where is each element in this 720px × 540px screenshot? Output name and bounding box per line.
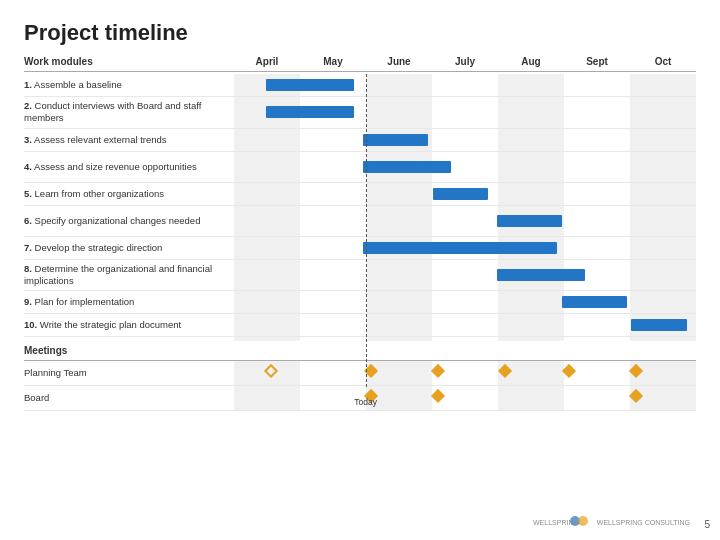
consulting-label: WELLSPRING CONSULTING <box>597 519 690 526</box>
gantt-container: Work modules AprilMayJuneJulyAugSeptOct … <box>24 56 696 411</box>
svg-point-1 <box>578 516 588 526</box>
bars-area-5 <box>234 206 696 236</box>
diamond-0-4 <box>562 364 576 378</box>
diamond-1-1 <box>431 389 445 403</box>
gantt-bar-7 <box>497 269 585 281</box>
diamond-1-2 <box>629 389 643 403</box>
month-label-july: July <box>432 56 498 67</box>
row-label-3: 4. Assess and size revenue opportunities <box>24 158 234 176</box>
gantt-bar-4 <box>433 188 488 200</box>
month-label-aug: Aug <box>498 56 564 67</box>
row-label-6: 7. Develop the strategic direction <box>24 239 234 257</box>
gantt-header: Work modules AprilMayJuneJulyAugSeptOct <box>24 56 696 72</box>
gantt-bar-2 <box>363 134 428 146</box>
meetings-section-header: Meetings <box>24 341 696 361</box>
gantt-row: 2. Conduct interviews with Board and sta… <box>24 97 696 129</box>
svg-text:WELLSPRING: WELLSPRING <box>533 519 579 526</box>
gantt-row: 5. Learn from other organizations <box>24 183 696 206</box>
meeting-bars-area-1 <box>234 386 696 410</box>
bars-area-0 <box>234 74 696 96</box>
meeting-row-0: Planning Team <box>24 361 696 386</box>
meeting-row-label-0: Planning Team <box>24 364 234 382</box>
row-label-9: 10. Write the strategic plan document <box>24 316 234 334</box>
bars-area-4 <box>234 183 696 205</box>
row-label-7: 8. Determine the organizational and fina… <box>24 260 234 291</box>
meeting-row-label-1: Board <box>24 389 234 407</box>
gantt-bar-1 <box>266 106 354 118</box>
month-label-oct: Oct <box>630 56 696 67</box>
bars-area-2 <box>234 129 696 151</box>
gantt-bar-0 <box>266 79 354 91</box>
gantt-row: 7. Develop the strategic direction <box>24 237 696 260</box>
gantt-months: AprilMayJuneJulyAugSeptOct <box>234 56 696 67</box>
diamond-0-1 <box>364 364 378 378</box>
bars-area-1 <box>234 97 696 127</box>
row-label-8: 9. Plan for implementation <box>24 293 234 311</box>
row-label-2: 3. Assess relevant external trends <box>24 131 234 149</box>
today-label: Today <box>354 397 377 407</box>
gantt-row: 4. Assess and size revenue opportunities <box>24 152 696 183</box>
diamond-0-5 <box>629 364 643 378</box>
gantt-row: 10. Write the strategic plan document <box>24 314 696 337</box>
gantt-row: 3. Assess relevant external trends <box>24 129 696 152</box>
page-number: 5 <box>704 519 710 530</box>
meetings-label: Meetings <box>24 341 234 360</box>
month-label-june: June <box>366 56 432 67</box>
gantt-bar-5 <box>497 215 562 227</box>
gantt-bar-3 <box>363 161 451 173</box>
gantt-row: 1. Assemble a baseline <box>24 74 696 97</box>
gantt-row: 8. Determine the organizational and fina… <box>24 260 696 292</box>
month-label-sept: Sept <box>564 56 630 67</box>
gantt-bar-8 <box>562 296 627 308</box>
footer-logo: WELLSPRING WELLSPRING CONSULTING <box>533 514 690 530</box>
gantt-row: 9. Plan for implementation <box>24 291 696 314</box>
row-label-5: 6. Specify organizational changes needed <box>24 212 234 230</box>
diamond-0-0 <box>264 364 278 378</box>
bars-area-6 <box>234 237 696 259</box>
page: Project timeline Work modules AprilMayJu… <box>0 0 720 540</box>
bars-area-7 <box>234 260 696 290</box>
wellspring-logo: WELLSPRING <box>533 514 593 530</box>
page-title: Project timeline <box>24 20 696 46</box>
meeting-bars-area-0 <box>234 361 696 385</box>
month-label-april: April <box>234 56 300 67</box>
gantt-bar-6 <box>363 242 557 254</box>
bars-area-8 <box>234 291 696 313</box>
gantt-row: 6. Specify organizational changes needed <box>24 206 696 237</box>
month-label-may: May <box>300 56 366 67</box>
row-label-0: 1. Assemble a baseline <box>24 76 234 94</box>
gantt-bar-9 <box>631 319 686 331</box>
diamond-0-3 <box>498 364 512 378</box>
bars-area-9 <box>234 314 696 336</box>
row-label-1: 2. Conduct interviews with Board and sta… <box>24 97 234 128</box>
diamond-0-2 <box>431 364 445 378</box>
work-modules-label: Work modules <box>24 56 234 67</box>
gantt-rows: 1. Assemble a baseline2. Conduct intervi… <box>24 74 696 411</box>
row-label-4: 5. Learn from other organizations <box>24 185 234 203</box>
bars-area-3 <box>234 152 696 182</box>
